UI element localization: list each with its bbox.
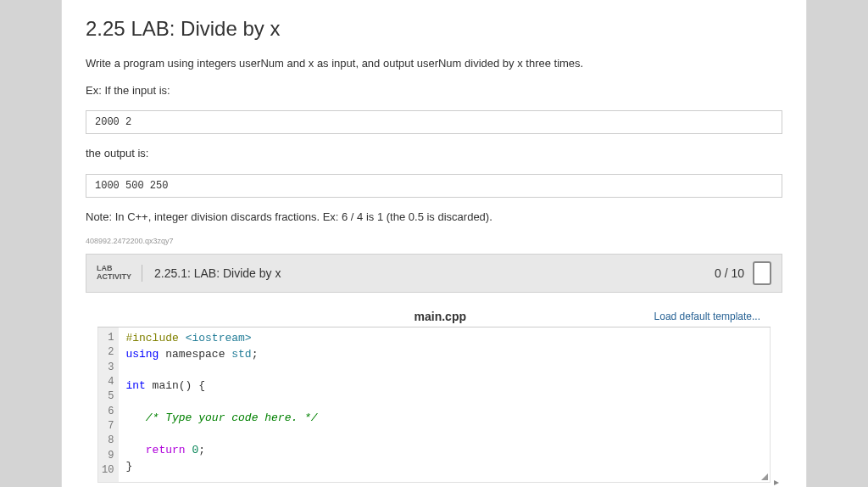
resize-handle-icon[interactable] bbox=[761, 473, 768, 480]
line-number: 3 bbox=[102, 361, 114, 375]
activity-bar: LAB ACTIVITY 2.25.1: LAB: Divide by x 0 … bbox=[86, 254, 782, 293]
activity-score: 0 / 10 bbox=[715, 266, 744, 280]
editor-filename: main.cpp bbox=[226, 310, 654, 323]
example-output: 1000 500 250 bbox=[86, 174, 782, 198]
editor-header: main.cpp Load default template... bbox=[97, 305, 771, 327]
line-number: 1 bbox=[102, 331, 114, 345]
line-number: 6 bbox=[102, 405, 114, 419]
line-number: 2 bbox=[102, 345, 114, 360]
fine-print: 408992.2472200.qx3zqy7 bbox=[86, 237, 782, 245]
line-number: 4 bbox=[102, 375, 114, 389]
note-text: Note: In C++, integer division discards … bbox=[86, 210, 782, 225]
code-editor[interactable]: 1 2 3 4 5 6 7 8 9 10 #include <iostream>… bbox=[97, 327, 771, 483]
line-number: 9 bbox=[102, 449, 114, 463]
example-input-label: Ex: If the input is: bbox=[86, 83, 782, 98]
line-number: 10 bbox=[102, 463, 114, 478]
lab-content: 2.25 LAB: Divide by x Write a program us… bbox=[61, 0, 807, 487]
instructions: Write a program using integers userNum a… bbox=[86, 56, 782, 245]
line-number: 7 bbox=[102, 419, 114, 434]
score-box-icon[interactable] bbox=[753, 261, 771, 285]
load-template-link[interactable]: Load default template... bbox=[654, 311, 760, 322]
lab-title: 2.25 LAB: Divide by x bbox=[86, 17, 782, 41]
code-body[interactable]: #include <iostream> using namespace std;… bbox=[119, 327, 770, 482]
example-input: 2000 2 bbox=[86, 110, 782, 134]
intro-text: Write a program using integers userNum a… bbox=[86, 56, 782, 71]
activity-label: LAB ACTIVITY bbox=[97, 265, 142, 282]
line-number: 5 bbox=[102, 389, 114, 404]
activity-title: 2.25.1: LAB: Divide by x bbox=[154, 266, 715, 280]
activity-label-line2: ACTIVITY bbox=[97, 273, 131, 282]
chevron-right-icon[interactable]: ▸ bbox=[774, 476, 779, 487]
line-number: 8 bbox=[102, 434, 114, 448]
example-output-label: the output is: bbox=[86, 146, 782, 161]
line-gutter: 1 2 3 4 5 6 7 8 9 10 bbox=[98, 327, 119, 482]
